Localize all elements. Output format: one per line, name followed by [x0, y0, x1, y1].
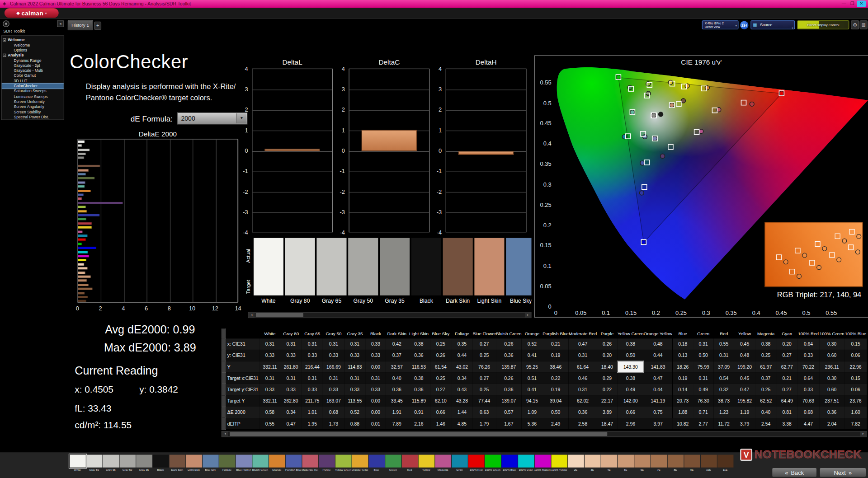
sidebar-item-luminance-sweeps[interactable]: Luminance Sweeps	[2, 94, 64, 99]
tab-history-1[interactable]: History 1	[67, 20, 93, 30]
strip-patch-white[interactable]: White	[69, 455, 86, 472]
strip-patch-magenta[interactable]: Magenta	[434, 455, 451, 472]
sidebar-item-screen-stability[interactable]: Screen Stability	[2, 109, 64, 114]
scroll-right-icon[interactable]: ►	[860, 431, 866, 436]
strip-patch-100-blue[interactable]: 100% Blue	[501, 455, 518, 472]
strip-patch-green[interactable]: Green	[385, 455, 401, 472]
axis-tick: 4	[335, 65, 345, 72]
patch-white[interactable]: White	[254, 238, 283, 307]
patch-gray-35[interactable]: Gray 35	[380, 238, 410, 307]
patch-gray-80[interactable]: Gray 80	[285, 238, 315, 307]
strip-patch-orange-yellow[interactable]: Orange Yellow	[352, 455, 368, 472]
title-bar[interactable]: ◈ Calman 2022 Calman Ultimate for Busine…	[0, 0, 868, 8]
maximize-button[interactable]: ❐	[849, 0, 856, 7]
patch-black[interactable]: Black	[411, 238, 441, 307]
sidebar-item-spectral-power-dist[interactable]: Spectral Power Dist.	[2, 114, 64, 119]
workflow-menu-button[interactable]	[3, 20, 9, 27]
strip-patch-purple[interactable]: Purple	[318, 455, 335, 472]
table-scrollbar[interactable]: ◄ ►	[222, 431, 867, 437]
strip-patch-foliage[interactable]: Foliage	[219, 455, 236, 472]
scrollbar-thumb[interactable]	[256, 313, 303, 317]
sidebar-item-grayscale-2pt[interactable]: Grayscale - 2pt	[2, 63, 64, 68]
table-cell: 0.63	[472, 407, 496, 418]
de-formula-dropdown[interactable]: 2000 ▼	[177, 112, 248, 125]
sidebar-item-screen-angularity[interactable]: Screen Angularity	[2, 104, 64, 109]
strip-patch-black[interactable]: Black	[152, 455, 169, 472]
meter-selector[interactable]: X-Rite i1Pro 2 Direct View ▾	[702, 20, 739, 29]
strip-patch-blue-flower[interactable]: Blue Flower	[235, 455, 252, 472]
selected-cell[interactable]: 143.30	[618, 361, 644, 372]
minimize-button[interactable]: —	[840, 0, 848, 7]
source-selector[interactable]: ▦ Source ▾	[750, 20, 795, 29]
strip-patch-8e[interactable]: 8E	[667, 455, 684, 472]
strip-patch-purplish-blue[interactable]: Purplish Blue	[285, 455, 302, 472]
strip-patch-9e[interactable]: 9E	[684, 455, 700, 472]
strip-patch-10e[interactable]: 10E	[700, 455, 717, 472]
scroll-left-icon[interactable]: ◄	[249, 313, 255, 318]
strip-patch-gray-65[interactable]: Gray 65	[103, 455, 119, 472]
strip-patch-bluish-green[interactable]: Bluish Green	[252, 455, 269, 472]
sidebar-group-welcome[interactable]: -Welcome	[2, 37, 64, 42]
layout-panel-button[interactable]: ▥	[860, 20, 868, 29]
strip-patch-orange[interactable]: Orange	[269, 455, 285, 472]
strip-patch-dark-skin[interactable]: Dark Skin	[169, 455, 185, 472]
patch-blue-sky[interactable]: Blue Sky	[506, 238, 531, 307]
strip-patch-100-red[interactable]: 100% Red	[468, 455, 485, 472]
sidebar-item-welcome[interactable]: Welcome	[2, 42, 64, 47]
sidebar-item-options[interactable]: Options	[2, 47, 64, 52]
strip-label: Purplish Blue	[285, 468, 302, 471]
strip-patch-2e[interactable]: 2E	[567, 455, 584, 472]
strip-patch-blue-sky[interactable]: Blue Sky	[202, 455, 219, 472]
strip-patch-moderate-red[interactable]: Moderate Red	[302, 455, 318, 472]
measurement-count-badge[interactable]: 234	[740, 21, 748, 29]
add-tab-button[interactable]: +	[94, 22, 101, 30]
sidebar-item-colorchecker[interactable]: ColorChecker	[2, 84, 64, 89]
strip-patch-100-yellow[interactable]: 100% Yellow	[551, 455, 567, 472]
strip-patch-5e[interactable]: 5E	[617, 455, 634, 472]
sidebar-item-dynamic-range[interactable]: Dynamic Range	[2, 58, 64, 63]
table-cell: 7.82	[844, 418, 867, 429]
strip-patch-3e[interactable]: 3E	[584, 455, 601, 472]
sidebar-item-screen-uniformity[interactable]: Screen Uniformity	[2, 99, 64, 104]
scrollbar-thumb[interactable]	[230, 432, 607, 436]
settings-button[interactable]: ⚙	[851, 20, 859, 29]
patch-dark-skin[interactable]: Dark Skin	[443, 238, 473, 307]
patch-light-skin[interactable]: Light Skin	[474, 238, 504, 307]
calman-menu-button[interactable]: ◆ calman ▾	[5, 8, 59, 18]
patch-gray-50[interactable]: Gray 50	[348, 238, 378, 307]
close-button[interactable]: ✕	[857, 0, 866, 7]
axis-tick: -3	[335, 209, 345, 216]
strip-patch-7e[interactable]: 7E	[651, 455, 667, 472]
cie-zoom-inset[interactable]	[764, 222, 863, 287]
strip-patch-red[interactable]: Red	[401, 455, 418, 472]
strip-patch-100-magenta[interactable]: 100% Magenta	[534, 455, 551, 472]
scroll-left-icon[interactable]: ◄	[222, 431, 228, 436]
strip-patch-4e[interactable]: 4E	[601, 455, 618, 472]
patch-scrollbar[interactable]: ◄ ►	[248, 312, 532, 318]
strip-patch-light-skin[interactable]: Light Skin	[185, 455, 202, 472]
sidebar-collapse-button[interactable]: ◄	[57, 20, 64, 27]
sidebar-group-analysis[interactable]: -Analysis	[2, 52, 64, 58]
sidebar-item-grayscale-multi[interactable]: Grayscale - Multi	[2, 68, 64, 73]
strip-patch-gray-50[interactable]: Gray 50	[119, 455, 136, 472]
patch-gray-65[interactable]: Gray 65	[316, 238, 346, 307]
strip-patch-11e[interactable]: 11E	[717, 455, 734, 472]
display-control-selector[interactable]: Direct Display Control	[797, 20, 849, 29]
sidebar-item-saturation-sweeps[interactable]: Saturation Sweeps	[2, 89, 64, 94]
collapse-icon[interactable]: -	[3, 38, 6, 41]
strip-patch-gray-80[interactable]: Gray 80	[86, 455, 103, 472]
strip-patch-yellow-green[interactable]: Yellow Green	[335, 455, 352, 472]
strip-patch-100-green[interactable]: 100% Green	[484, 455, 501, 472]
sidebar-item-color-gamut[interactable]: Color Gamut	[2, 73, 64, 78]
strip-patch-yellow[interactable]: Yellow	[418, 455, 434, 472]
strip-patch-blue[interactable]: Blue	[368, 455, 385, 472]
collapse-icon[interactable]: -	[3, 53, 6, 56]
strip-patch-gray-35[interactable]: Gray 35	[136, 455, 152, 472]
next-button[interactable]: Next »	[819, 468, 866, 478]
back-button[interactable]: « Back	[772, 468, 817, 478]
strip-patch-6e[interactable]: 6E	[634, 455, 651, 472]
scroll-right-icon[interactable]: ►	[525, 313, 531, 318]
strip-patch-cyan[interactable]: Cyan	[451, 455, 468, 472]
sidebar-item-3d-lut[interactable]: 3D LUT	[2, 79, 64, 84]
strip-patch-100-cyan[interactable]: 100% Cyan	[518, 455, 534, 472]
